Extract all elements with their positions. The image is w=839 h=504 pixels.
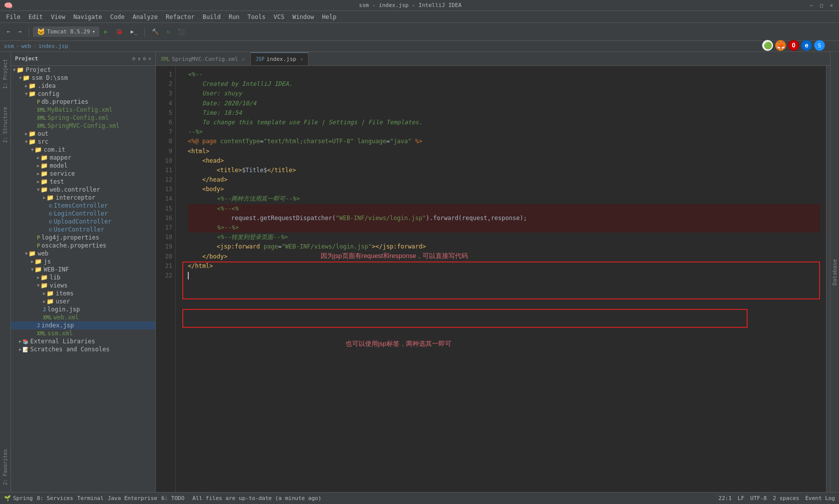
tree-item[interactable]: ▼📁web.controller xyxy=(11,186,155,194)
tree-item[interactable]: Plog4j.properties xyxy=(11,234,155,242)
tree-item[interactable]: ©ItemsController xyxy=(11,202,155,210)
tree-item[interactable]: Jlogin.jsp xyxy=(11,305,155,313)
tree-item[interactable]: XMLMyBatis-Config.xml xyxy=(11,106,155,114)
code-line-15: <%--<% xyxy=(188,204,820,214)
menu-item-view[interactable]: View xyxy=(47,12,69,21)
todo-status[interactable]: 6: TODO xyxy=(161,495,184,502)
tree-item[interactable]: ©UploadController xyxy=(11,218,155,226)
debug-button[interactable]: 🐞 xyxy=(113,27,126,36)
tree-item[interactable]: ▶📁lib xyxy=(11,273,155,281)
menu-item-refactor[interactable]: Refactor xyxy=(162,12,199,21)
maximize-button[interactable]: □ xyxy=(818,2,825,9)
nav-ssm[interactable]: ssm xyxy=(4,43,14,49)
tab-index-jsp[interactable]: JSP index.jsp ✕ xyxy=(251,52,309,65)
opera-icon[interactable]: O xyxy=(788,40,799,51)
tree-item[interactable]: XMLSpring-Config.xml xyxy=(11,114,155,122)
menu-item-vcs[interactable]: VCS xyxy=(270,12,289,21)
favorites-tab[interactable]: 2: Favorites xyxy=(0,446,11,488)
spring-status[interactable]: 🌱 Spring xyxy=(4,495,33,502)
code-editor[interactable]: 12345678910111213141516171819202122 <%--… xyxy=(156,66,830,492)
sidebar-close-icon[interactable]: ✕ xyxy=(148,55,151,62)
tree-item[interactable]: ▼📁Project xyxy=(11,66,155,74)
tree-item[interactable]: ▶📁interceptor xyxy=(11,194,155,202)
sidebar-sort-icon[interactable]: ↕ xyxy=(137,55,141,62)
terminal-status[interactable]: Terminal xyxy=(77,495,104,502)
stop-button[interactable]: ⬛ xyxy=(175,27,188,36)
tree-item[interactable]: ▼📁com.it xyxy=(11,146,155,154)
tree-item[interactable]: XMLSpringMVC-Config.xml xyxy=(11,122,155,130)
project-tab[interactable]: 1: Project xyxy=(0,56,11,92)
tree-item[interactable]: ▶📁js xyxy=(11,257,155,265)
menu-item-build[interactable]: Build xyxy=(199,12,225,21)
tree-item[interactable]: XMLssm.xml xyxy=(11,329,155,337)
tree-item[interactable]: Jindex.jsp xyxy=(11,321,155,329)
run-button[interactable]: ▶ xyxy=(101,27,111,36)
tree-item[interactable]: ▶📁model xyxy=(11,162,155,170)
minimize-button[interactable]: — xyxy=(808,2,815,9)
close-index-tab[interactable]: ✕ xyxy=(300,56,303,62)
nav-web[interactable]: web xyxy=(21,43,31,49)
event-log[interactable]: Event Log xyxy=(805,495,835,502)
menu-item-file[interactable]: File xyxy=(2,12,24,21)
right-panel[interactable]: Database xyxy=(830,52,839,492)
menu-item-help[interactable]: Help xyxy=(318,12,341,21)
toolbar-separator xyxy=(28,27,29,37)
ie-icon[interactable]: e xyxy=(801,40,812,51)
tree-item[interactable]: ▶📁items xyxy=(11,289,155,297)
menu-item-edit[interactable]: Edit xyxy=(24,12,47,21)
tree-item[interactable]: ▼📁src xyxy=(11,138,155,146)
build-button[interactable]: 🔨 xyxy=(149,27,162,36)
forward-button[interactable]: → xyxy=(15,27,25,36)
tree-item[interactable]: ▶📁mapper xyxy=(11,154,155,162)
menu-item-navigate[interactable]: Navigate xyxy=(69,12,106,21)
tree-item[interactable]: XMLweb.xml xyxy=(11,313,155,321)
tree-item[interactable]: ▼📁config xyxy=(11,90,155,98)
vertical-scrollbar[interactable] xyxy=(826,66,830,492)
tree-item[interactable]: ▼📁views xyxy=(11,281,155,289)
tree-item[interactable]: ©UserController xyxy=(11,226,155,234)
sidebar-settings-icon[interactable]: ⚙ xyxy=(132,55,136,62)
menu-item-analyze[interactable]: Analyze xyxy=(128,12,162,21)
indent[interactable]: 2 spaces xyxy=(773,495,799,502)
line-ending[interactable]: LF xyxy=(738,495,744,502)
browser-icons: 🟢 🦊 O e S xyxy=(762,40,825,51)
menu-item-code[interactable]: Code xyxy=(106,12,129,21)
coverage-button[interactable]: ▶̲ xyxy=(128,27,140,36)
left-side-panel: 1: Project 2: Structure 2: Favorites xyxy=(0,52,11,492)
run-config[interactable]: 🐱 Tomcat 8.5.29 ▾ xyxy=(33,26,99,37)
code-line-1: <%-- xyxy=(188,70,820,79)
close-springmvc-tab[interactable]: ✕ xyxy=(242,56,245,62)
chrome-icon[interactable]: 🟢 xyxy=(762,40,773,51)
back-button[interactable]: ← xyxy=(4,27,13,36)
services-status[interactable]: 8: Services xyxy=(37,495,73,502)
tree-item[interactable]: ▼📁web xyxy=(11,250,155,257)
tree-item[interactable]: ▶📝Scratches and Consoles xyxy=(11,345,155,353)
tree-item[interactable]: ▶📚External Libraries xyxy=(11,337,155,345)
safari-icon[interactable]: S xyxy=(814,40,825,51)
encoding[interactable]: UTF-8 xyxy=(750,495,767,502)
structure-tab[interactable]: 2: Structure xyxy=(0,104,11,146)
nav-file[interactable]: index.jsp xyxy=(38,43,68,49)
sidebar-gear-icon[interactable]: ⚙ xyxy=(143,55,146,62)
menu-item-window[interactable]: Window xyxy=(288,12,318,21)
menu-item-tools[interactable]: Tools xyxy=(244,12,270,21)
navbar: ssm › web › index.jsp xyxy=(0,41,839,52)
menu-item-run[interactable]: Run xyxy=(225,12,244,21)
close-button[interactable]: ✕ xyxy=(828,2,835,9)
tree-item[interactable]: ▶📁.idea xyxy=(11,82,155,90)
tree-item[interactable]: ▶📁test xyxy=(11,178,155,186)
cursor-position[interactable]: 22:1 xyxy=(719,495,732,502)
tree-item[interactable]: Poscache.properties xyxy=(11,242,155,250)
tree-item[interactable]: ©LoginController xyxy=(11,210,155,218)
tree-item[interactable]: ▼📁ssm D:\ssm xyxy=(11,74,155,82)
java-enterprise-status[interactable]: Java Enterprise xyxy=(108,495,157,502)
tree-item[interactable]: ▼📁WEB-INF xyxy=(11,265,155,273)
tree-item[interactable]: ▶📁out xyxy=(11,130,155,138)
tab-springmvc-config[interactable]: XML SpringMVC-Config.xml ✕ xyxy=(156,52,251,65)
firefox-icon[interactable]: 🦊 xyxy=(775,40,786,51)
code-content[interactable]: <%-- Created by IntelliJ IDEA. User: shu… xyxy=(182,66,826,492)
tree-item[interactable]: ▶📁service xyxy=(11,170,155,178)
tree-item[interactable]: Pdb.properties xyxy=(11,98,155,106)
update-button[interactable]: ↻ xyxy=(164,27,173,36)
tree-item[interactable]: ▶📁user xyxy=(11,297,155,305)
